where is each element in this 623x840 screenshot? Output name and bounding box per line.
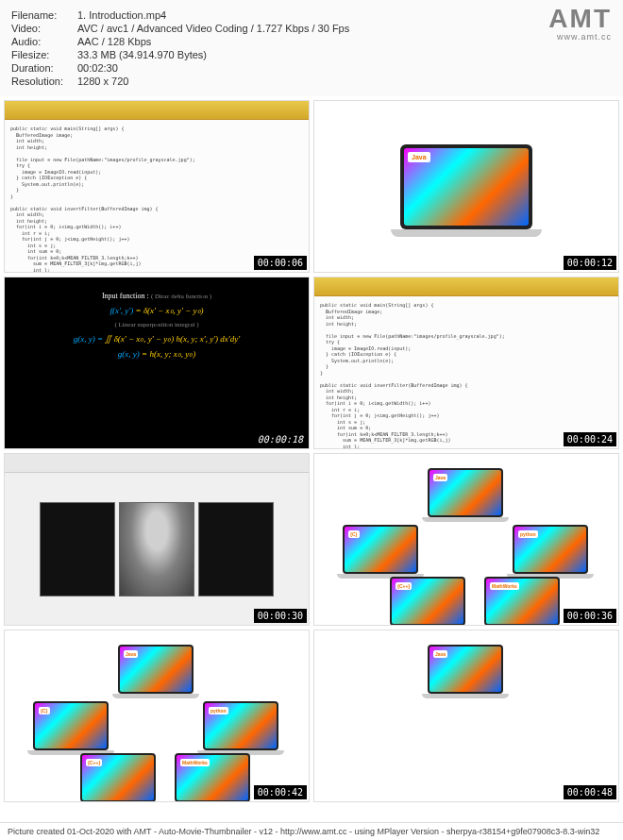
laptop-java: Java [428, 645, 503, 694]
filesize-value: 33.3 MB (34.914.970 Bytes) [77, 49, 612, 60]
footer-credits: Picture created 01-Oct-2020 with AMT - A… [0, 822, 623, 840]
formula-1-lhs: f(x', y') [109, 306, 133, 315]
timestamp: 00:00:42 [254, 785, 307, 799]
laptop-python: python [513, 525, 588, 574]
info-row-video: Video: AVC / avc1 / Advanced Video Codin… [11, 23, 612, 34]
photo-panel-left [40, 502, 115, 596]
formula-2-lhs: g(x, y) = [74, 334, 106, 344]
ide-titlebar [314, 277, 618, 296]
thumbnail-4: public static void main(String[] args) {… [313, 277, 619, 449]
formula-input-label: Input function : [102, 292, 149, 300]
video-label: Video: [11, 23, 77, 34]
formula-2-rhs: ∬ δ(x' − x₀, y' − y₀) h(x, y; x', y') dx… [105, 334, 240, 344]
timestamp: 00:00:48 [564, 785, 616, 799]
duration-label: Duration: [11, 62, 77, 74]
resolution-value: 1280 x 720 [77, 76, 612, 87]
photo-panel-right [198, 502, 274, 596]
timestamp: 00:00:12 [564, 256, 616, 270]
logo-text: AMT [548, 6, 612, 32]
ide-titlebar [5, 101, 309, 120]
laptop-java: Java [428, 468, 503, 517]
timestamp: 00:00:30 [254, 609, 307, 623]
file-info-header: Filename: 1. Introduction.mp4 Video: AVC… [0, 0, 623, 96]
timestamp: 00:00:36 [564, 609, 616, 623]
laptop-illustration: Java [400, 144, 532, 229]
formula-3-rhs: h(x, y; x₀, y₀) [149, 349, 195, 359]
dirac-comment: ( Dirac delta function ) [151, 293, 211, 300]
thumbnail-5: 00:00:30 [4, 453, 310, 626]
info-row-resolution: Resolution: 1280 x 720 [11, 76, 612, 87]
thumbnail-grid: public static void main(String[] args) {… [0, 96, 623, 806]
laptop-screen: Java [404, 148, 529, 226]
thumbnail-1: public static void main(String[] args) {… [4, 100, 310, 273]
info-row-filename: Filename: 1. Introduction.mp4 [11, 9, 612, 21]
code-editor: public static void main(String[] args) {… [314, 296, 618, 448]
filesize-label: Filesize: [11, 49, 77, 60]
timestamp: 00:00:06 [254, 256, 307, 270]
laptop-java: Java [118, 645, 194, 694]
thumbnail-7: Java {C} python {C++} MathWorks 00:00:42 [4, 630, 310, 802]
filename-value: 1. Introduction.mp4 [77, 9, 612, 21]
code-editor: public static void main(String[] args) {… [5, 120, 309, 272]
info-row-filesize: Filesize: 33.3 MB (34.914.970 Bytes) [11, 49, 612, 60]
laptop-cpp: {C++} [80, 753, 156, 802]
laptop-cpp: {C++} [390, 577, 465, 626]
thumbnail-2: Java 00:00:12 [313, 100, 619, 273]
java-badge: Java [408, 152, 430, 162]
info-row-audio: Audio: AAC / 128 Kbps [11, 36, 612, 47]
thumbnail-6: Java {C} python {C++} MathWorks 00:00:36 [313, 453, 619, 626]
video-value: AVC / avc1 / Advanced Video Coding / 1.7… [77, 23, 612, 34]
audio-value: AAC / 128 Kbps [77, 36, 612, 47]
integral-comment: ( Linear superposition integral ) [12, 321, 301, 328]
laptop-matlab: MathWorks [175, 753, 250, 802]
duration-value: 00:02:30 [77, 62, 612, 74]
photo-panels [5, 473, 309, 625]
timestamp: 00:00:24 [564, 432, 616, 446]
amt-logo: AMT www.amt.cc [548, 6, 612, 42]
timestamp: 00:00:18 [254, 432, 307, 446]
laptop-c: {C} [343, 525, 418, 574]
formula-1-rhs: δ(x' − x₀, y' − y₀) [143, 306, 204, 315]
laptop-matlab: MathWorks [484, 577, 560, 626]
photo-editor-toolbar [5, 454, 309, 473]
laptop-python: python [203, 701, 278, 750]
filename-label: Filename: [11, 9, 77, 21]
formula-3-lhs: g(x, y) [118, 349, 140, 359]
portrait-image [120, 503, 194, 596]
info-row-duration: Duration: 00:02:30 [11, 62, 612, 74]
resolution-label: Resolution: [11, 76, 77, 87]
logo-url: www.amt.cc [548, 32, 612, 42]
thumbnail-3: Input function : ( Dirac delta function … [4, 277, 310, 449]
laptop-c: {C} [33, 701, 109, 750]
photo-panel-center [119, 502, 194, 596]
thumbnail-8: Java 00:00:48 [313, 630, 619, 802]
audio-label: Audio: [11, 36, 77, 47]
